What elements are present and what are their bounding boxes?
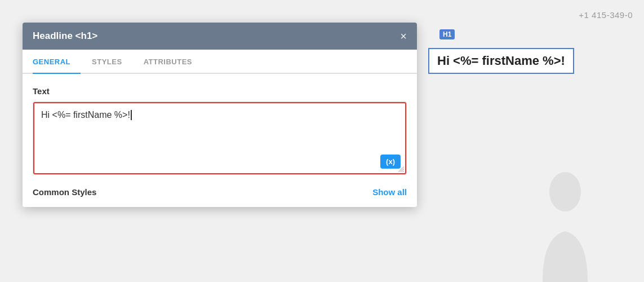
panel-title: Headline <h1>	[33, 30, 97, 42]
text-field-label: Text	[33, 86, 407, 96]
tab-attributes[interactable]: ATTRIBUTES	[144, 50, 202, 74]
panel-body: Text Hi <%= firstName %>! (x) Common Sty…	[23, 74, 417, 207]
svg-line-3	[403, 171, 404, 172]
h1-type-badge: H1	[439, 29, 455, 39]
text-area-container: Hi <%= firstName %>! (x)	[33, 102, 407, 175]
resize-handle-icon[interactable]	[397, 165, 404, 172]
show-all-link[interactable]: Show all	[372, 187, 407, 197]
text-area-content-row: Hi <%= firstName %>!	[34, 103, 405, 124]
person-silhouette-icon	[531, 169, 599, 282]
text-area-value: Hi <%= firstName %>!	[41, 110, 130, 120]
panel-tabs: GENERAL STYLES ATTRIBUTES	[23, 50, 417, 74]
common-styles-row: Common Styles Show all	[33, 185, 407, 197]
svg-point-0	[549, 172, 581, 211]
text-cursor	[131, 110, 132, 120]
phone-number: +1 415-349-0	[579, 10, 633, 20]
tab-general[interactable]: GENERAL	[33, 50, 81, 74]
tab-styles[interactable]: STYLES	[92, 50, 132, 74]
panel-header: Headline <h1> ×	[23, 23, 417, 50]
properties-panel: Headline <h1> × GENERAL STYLES ATTRIBUTE…	[23, 23, 417, 207]
panel-close-button[interactable]: ×	[400, 30, 407, 42]
h1-canvas-element: Hi <%= firstName %>!	[428, 48, 574, 74]
text-area-red-border: Hi <%= firstName %>! (x)	[33, 102, 406, 174]
common-styles-label: Common Styles	[33, 187, 96, 197]
